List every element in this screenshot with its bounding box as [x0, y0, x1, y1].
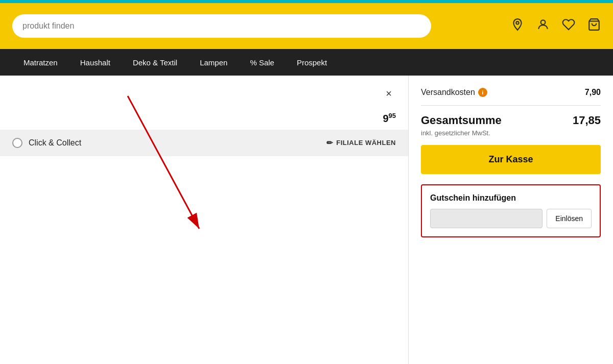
versandkosten-info-icon[interactable]: i [478, 88, 487, 97]
versandkosten-label: Versandkosten i [421, 88, 487, 97]
main-content: × 995 Click & Collect ✏ FILIALE WÄHLEN [0, 76, 613, 364]
wishlist-icon[interactable] [562, 18, 575, 35]
nav-item-sale[interactable]: % Sale [239, 49, 286, 76]
nav-bar: Matratzen Haushalt Deko & Textil Lampen … [0, 49, 613, 76]
gesamtsumme-row: Gesamtsumme 17,85 [421, 114, 601, 127]
svg-point-1 [541, 20, 546, 25]
click-collect-label: Click & Collect [29, 138, 320, 148]
search-input[interactable] [12, 14, 431, 38]
gutschein-title: Gutschein hinzufügen [430, 193, 592, 203]
gutschein-input-row: Einlösen [430, 209, 592, 228]
pencil-icon: ✏ [326, 138, 334, 148]
gesamtsumme-value: 17,85 [573, 114, 601, 127]
nav-item-matratzen[interactable]: Matratzen [12, 49, 69, 76]
search-bar-wrapper [12, 14, 431, 38]
price-value: 995 [383, 112, 396, 125]
location-icon[interactable] [511, 18, 524, 35]
nav-item-lampen[interactable]: Lampen [188, 49, 239, 76]
svg-point-0 [516, 21, 518, 24]
einloesen-button[interactable]: Einlösen [547, 209, 592, 228]
nav-item-deko[interactable]: Deko & Textil [122, 49, 188, 76]
zur-kasse-button[interactable]: Zur Kasse [421, 145, 601, 174]
close-button[interactable]: × [382, 86, 396, 102]
click-collect-radio[interactable] [12, 138, 22, 148]
cart-icon[interactable] [587, 18, 601, 35]
header-icons [511, 18, 601, 35]
header [0, 3, 613, 49]
user-icon[interactable] [536, 18, 550, 35]
left-panel: × 995 Click & Collect ✏ FILIALE WÄHLEN [0, 76, 409, 364]
filiale-waehlen-link[interactable]: ✏ FILIALE WÄHLEN [326, 138, 396, 148]
panel-header: × [0, 76, 408, 107]
click-collect-row: Click & Collect ✏ FILIALE WÄHLEN [0, 130, 408, 156]
versandkosten-row: Versandkosten i 7,90 [421, 88, 601, 106]
gutschein-input[interactable] [430, 209, 543, 228]
mwst-note: inkl. gesetzlicher MwSt. [421, 129, 601, 137]
price-row: 995 [0, 107, 408, 130]
gesamtsumme-label: Gesamtsumme [421, 114, 502, 127]
nav-item-prospekt[interactable]: Prospekt [286, 49, 338, 76]
gutschein-section: Gutschein hinzufügen Einlösen [421, 184, 601, 237]
nav-item-haushalt[interactable]: Haushalt [69, 49, 122, 76]
versandkosten-value: 7,90 [585, 88, 601, 97]
gesamtsumme-section: Gesamtsumme 17,85 inkl. gesetzlicher MwS… [421, 114, 601, 137]
right-panel: Versandkosten i 7,90 Gesamtsumme 17,85 i… [409, 76, 613, 364]
